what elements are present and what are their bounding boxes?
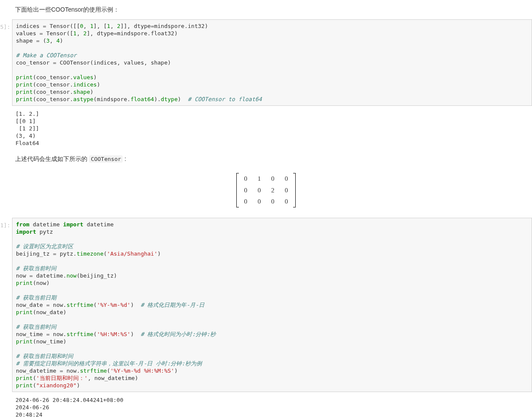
tok: ( xyxy=(93,96,97,102)
tok: now xyxy=(53,331,63,337)
tok: ( xyxy=(33,375,36,381)
output-5: [1. 2.] [[0 1] [1 2]] (3, 4) Float64 xyxy=(12,108,532,149)
tok: strftime xyxy=(66,302,93,308)
tok: = xyxy=(43,331,53,337)
code-cell-1: 1]: from datetime import datetime import… xyxy=(0,218,532,392)
notebook: 下面给出一些COOTensor的使用示例： 5]: indices = Tens… xyxy=(0,2,532,417)
comment: # Make a COOTensor xyxy=(16,52,77,59)
tok: dtype xyxy=(134,23,151,29)
comment: # 获取当前日期 xyxy=(16,294,56,301)
tok: coo_tensor xyxy=(36,96,70,102)
tok: print xyxy=(16,309,33,315)
tok: ( xyxy=(33,74,36,80)
tok: . xyxy=(127,96,130,102)
matrix-cell: 0 xyxy=(280,196,294,207)
tok: ) xyxy=(154,96,158,102)
code-input-5[interactable]: indices = Tensor([[0, 1], [1, 2]], dtype… xyxy=(12,19,532,106)
matrix-cell: 0 xyxy=(280,173,294,185)
tok: , xyxy=(127,23,134,29)
tok: = xyxy=(40,23,49,29)
tok: values xyxy=(124,59,144,66)
code-input-1[interactable]: from datetime import datetime import pyt… xyxy=(12,218,532,392)
tok: float32 xyxy=(151,30,174,37)
tok: ( xyxy=(77,272,80,279)
tok: 1 xyxy=(107,23,110,29)
tok: now_time xyxy=(36,338,63,345)
matrix-cell: 2 xyxy=(266,185,280,196)
tok: = xyxy=(43,302,53,308)
tok: ) xyxy=(174,368,178,374)
tok: [ xyxy=(77,23,80,29)
comment: # 获取当前时间 xyxy=(16,324,56,330)
tok: ( xyxy=(33,382,36,389)
tok: beijing_tz xyxy=(80,272,114,279)
tok: datetime xyxy=(36,272,63,279)
tok: '%Y-%m-%d %H:%M:%S' xyxy=(110,368,174,374)
comment: # 需要指定日期和时间的格式字符串，这里以年-月-日 小时:分钟:秒为例 xyxy=(16,360,202,367)
tok: , xyxy=(49,37,56,44)
comment: # 格式化时间为小时:分钟:秒 xyxy=(141,331,216,337)
tok: = xyxy=(49,250,59,257)
prompt-5: 5]: xyxy=(0,19,12,106)
tok: , xyxy=(110,23,117,29)
matrix-cell: 0 xyxy=(253,196,266,207)
matrix-table: 0 1 0 0 0 0 2 0 0 0 0 0 xyxy=(239,173,293,207)
tok: now_date xyxy=(16,302,43,308)
tok: dtype xyxy=(161,96,178,102)
tok: Tensor xyxy=(49,23,70,29)
tok: ( xyxy=(33,96,36,102)
tok: print xyxy=(16,74,33,80)
matrix-cell: 0 xyxy=(253,185,266,196)
tok: ( xyxy=(33,309,36,315)
tok: indices xyxy=(73,81,97,88)
tok: now_time xyxy=(16,331,43,337)
tok: ( xyxy=(90,59,93,66)
tok: "xiandong20" xyxy=(36,382,77,389)
tok: coo_tensor xyxy=(36,81,70,88)
tok: coo_tensor xyxy=(36,74,70,80)
tok: values xyxy=(16,30,36,37)
matrix-row: 0 0 0 0 xyxy=(239,196,293,207)
tok: ) xyxy=(204,23,208,29)
tok: now xyxy=(53,302,63,308)
tok: values xyxy=(73,74,93,80)
tok: ) xyxy=(114,272,117,279)
tok: print xyxy=(16,375,33,381)
tok: from xyxy=(16,221,29,228)
intro-text: 下面给出一些COOTensor的使用示例： xyxy=(0,2,532,18)
tok: , xyxy=(144,59,151,66)
tok: '当前日期和时间：' xyxy=(36,375,88,381)
matrix-cell: 0 xyxy=(280,185,294,196)
tok: import xyxy=(63,221,84,228)
tok: ) xyxy=(178,96,181,102)
tok: float64 xyxy=(130,96,154,102)
tok: now_datetime xyxy=(94,375,135,381)
tok: coo_tensor xyxy=(36,89,70,95)
tok: ( xyxy=(93,331,97,337)
tok: '%Y-%m-%d' xyxy=(97,302,130,308)
matrix-cell: 0 xyxy=(266,196,280,207)
matrix-cell: 1 xyxy=(253,173,266,185)
tok: ) xyxy=(63,309,67,315)
tok: datetime xyxy=(33,221,60,228)
tok: ( xyxy=(70,23,73,29)
tok: pytz xyxy=(40,229,53,235)
tok: indices xyxy=(93,59,117,66)
tok: ) xyxy=(77,382,80,389)
tok: print xyxy=(16,382,33,389)
tok: print xyxy=(16,338,33,345)
tok: now xyxy=(66,368,76,374)
tok: . xyxy=(70,89,73,95)
tok: mindspore xyxy=(154,23,184,29)
matrix-cell: 0 xyxy=(239,185,253,196)
tok: ) xyxy=(130,331,134,337)
tok: ) xyxy=(93,74,97,80)
matrix-bracket-right xyxy=(293,173,296,207)
tok: coo_tensor xyxy=(16,59,49,66)
tok: , xyxy=(84,23,90,29)
tok: ] xyxy=(93,23,97,29)
tok: . xyxy=(70,96,73,102)
tok: , xyxy=(117,59,124,66)
tok: , xyxy=(97,23,104,29)
comment: # 获取当前时间 xyxy=(16,265,56,272)
